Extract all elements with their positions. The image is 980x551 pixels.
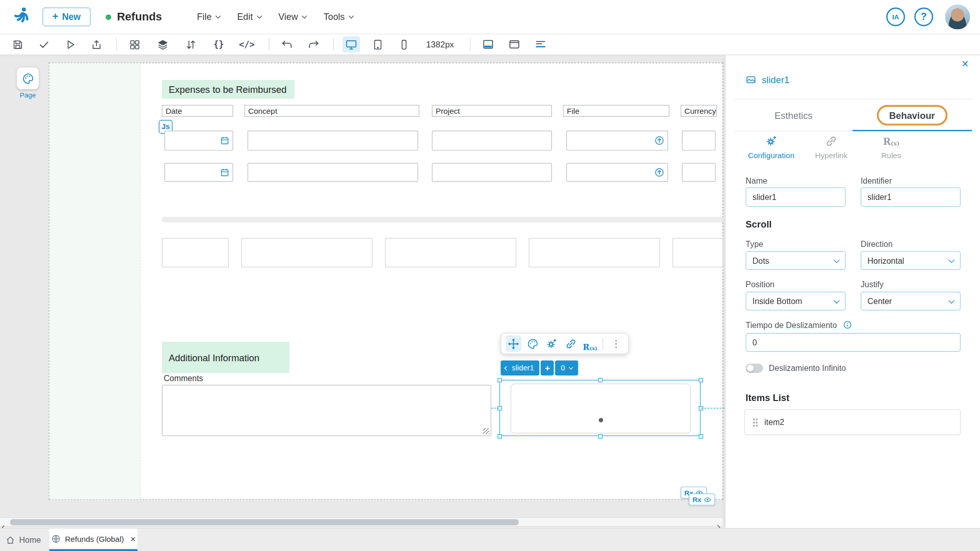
column-header-concept[interactable]: Concept xyxy=(244,105,420,117)
resize-handle[interactable] xyxy=(699,434,703,439)
empty-table-cell[interactable] xyxy=(385,238,516,268)
page-title: Refunds xyxy=(117,10,162,23)
subtab-hyperlink[interactable]: Hyperlink xyxy=(801,135,862,160)
tab-behaviour[interactable]: Behaviour xyxy=(853,99,971,131)
distribute-button[interactable] xyxy=(532,36,549,53)
mobile-viewport-button[interactable] xyxy=(395,36,412,53)
code-icon[interactable]: </> xyxy=(238,36,256,53)
rules-icon[interactable]: R(x) xyxy=(582,336,598,352)
hyperlink-icon[interactable] xyxy=(563,336,578,352)
page-sheet[interactable]: Expenses to be Reimbursed Date Concept P… xyxy=(49,62,723,499)
calendar-icon[interactable] xyxy=(220,136,229,145)
run-button[interactable] xyxy=(61,36,79,53)
comments-textarea[interactable] xyxy=(162,385,491,436)
move-icon[interactable] xyxy=(506,336,521,352)
ia-badge[interactable]: IA xyxy=(886,8,905,27)
type-select[interactable]: Dots xyxy=(746,251,846,270)
save-button[interactable] xyxy=(9,36,26,53)
concept-input[interactable] xyxy=(248,163,418,182)
empty-table-cell[interactable] xyxy=(529,238,660,268)
item-count-chip[interactable]: 0 xyxy=(555,361,578,375)
desktop-viewport-button[interactable] xyxy=(342,36,360,53)
date-input[interactable] xyxy=(164,131,233,151)
tablet-viewport-button[interactable] xyxy=(369,36,386,53)
resize-handle[interactable] xyxy=(598,378,603,383)
subtab-configuration[interactable]: Configuration xyxy=(741,135,801,160)
subtab-rules[interactable]: R(x) Rules xyxy=(861,135,921,160)
resize-handle[interactable] xyxy=(483,428,489,434)
list-item[interactable]: item2 xyxy=(744,409,961,435)
file-input[interactable] xyxy=(566,163,668,182)
drag-handle-icon[interactable] xyxy=(752,418,758,427)
redo-button[interactable] xyxy=(304,36,322,53)
scroll-left-icon[interactable] xyxy=(3,520,6,528)
tab-refunds-global[interactable]: Refunds (Global) × xyxy=(50,529,138,551)
direction-select[interactable]: Horizontal xyxy=(861,251,961,270)
tab-esthetics[interactable]: Esthetics xyxy=(734,99,853,131)
comments-label: Comments xyxy=(164,373,203,383)
selected-component-chip[interactable]: slider1 xyxy=(501,361,540,375)
info-icon[interactable] xyxy=(843,320,852,329)
user-avatar[interactable] xyxy=(945,5,970,30)
export-button[interactable] xyxy=(87,36,105,53)
help-icon[interactable]: ? xyxy=(914,8,933,27)
horizontal-scrollbar[interactable] xyxy=(0,517,723,527)
column-header-project[interactable]: Project xyxy=(432,105,552,117)
components-button[interactable] xyxy=(126,36,143,53)
name-field[interactable] xyxy=(746,187,846,207)
style-icon[interactable] xyxy=(525,336,540,352)
add-item-chip[interactable]: + xyxy=(541,361,554,375)
menu-edit[interactable]: Edit xyxy=(237,12,261,22)
justify-select[interactable]: Center xyxy=(861,292,961,311)
infinito-toggle[interactable] xyxy=(746,364,763,373)
validate-button[interactable] xyxy=(35,36,53,53)
more-options-icon[interactable]: ⋮ xyxy=(608,336,624,352)
resize-handle[interactable] xyxy=(699,378,703,383)
scroll-right-icon[interactable] xyxy=(716,520,719,528)
menu-tools[interactable]: Tools xyxy=(324,12,353,22)
column-header-currency[interactable]: Currency xyxy=(680,105,717,117)
currency-input[interactable] xyxy=(682,131,716,151)
tab-home[interactable]: Home xyxy=(0,529,46,551)
slider1-component-selection[interactable] xyxy=(499,380,700,436)
undo-button[interactable] xyxy=(278,36,296,53)
calendar-icon[interactable] xyxy=(220,168,229,177)
identifier-field[interactable] xyxy=(861,187,961,207)
resize-handle[interactable] xyxy=(598,434,603,439)
rx-visibility-badge[interactable]: Rx xyxy=(689,493,715,505)
column-header-file[interactable]: File xyxy=(563,105,669,117)
close-panel-icon[interactable]: × xyxy=(962,58,969,71)
section-title-additional[interactable]: Additional Information xyxy=(162,342,289,373)
frame-button[interactable] xyxy=(506,36,523,53)
menu-file[interactable]: File xyxy=(197,12,220,22)
close-tab-icon[interactable]: × xyxy=(130,534,136,544)
resize-handle[interactable] xyxy=(498,378,502,383)
empty-table-cell[interactable] xyxy=(673,238,723,268)
resize-handle[interactable] xyxy=(498,434,502,439)
file-input[interactable] xyxy=(566,131,668,151)
item-name: item2 xyxy=(765,417,785,427)
upload-icon[interactable] xyxy=(654,136,665,146)
panel-bottom-button[interactable] xyxy=(480,36,497,53)
project-input[interactable] xyxy=(432,131,552,151)
date-input[interactable] xyxy=(164,163,233,182)
layers-button[interactable] xyxy=(154,36,171,53)
settings-icon[interactable] xyxy=(544,336,559,352)
flow-button[interactable] xyxy=(182,36,199,53)
empty-table-cell[interactable] xyxy=(162,238,229,268)
section-title-expenses[interactable]: Expenses to be Reimbursed xyxy=(162,80,295,99)
upload-icon[interactable] xyxy=(654,167,665,178)
empty-table-cell[interactable] xyxy=(241,238,373,268)
scrollbar-thumb[interactable] xyxy=(10,519,519,525)
page-style-button[interactable] xyxy=(17,67,39,89)
menu-view[interactable]: View xyxy=(279,12,306,22)
concept-input[interactable] xyxy=(248,131,418,151)
tiempo-field[interactable] xyxy=(746,333,961,352)
braces-icon[interactable]: {} xyxy=(210,36,227,53)
column-header-date[interactable]: Date xyxy=(162,105,233,117)
position-select[interactable]: Inside Bottom xyxy=(746,292,846,311)
new-button[interactable]: + New xyxy=(42,8,90,27)
slider1-component[interactable] xyxy=(510,384,691,434)
project-input[interactable] xyxy=(432,163,552,182)
currency-input[interactable] xyxy=(682,163,716,182)
